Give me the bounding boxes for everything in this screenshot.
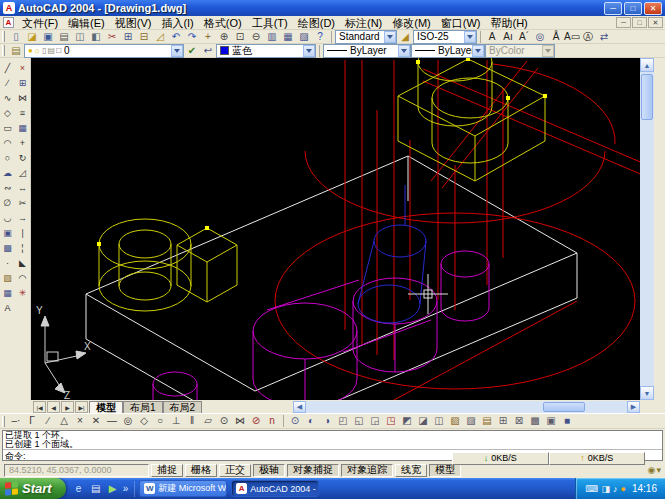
osnap-from-icon[interactable]: Γ <box>24 415 40 428</box>
app-icon[interactable]: A <box>3 2 15 14</box>
osnap-apparent-icon[interactable]: ✕ <box>88 415 104 428</box>
designcenter-icon[interactable]: ▦ <box>280 30 296 43</box>
spline-icon[interactable]: ∾ <box>0 180 15 195</box>
open-icon[interactable]: ◪ <box>24 30 40 43</box>
color-edges-icon[interactable]: ▤ <box>479 415 495 428</box>
menu-insert[interactable]: 插入(I) <box>156 16 198 30</box>
messenger-icon[interactable]: ● <box>621 484 626 494</box>
osnap-extension-icon[interactable]: — <box>104 415 120 428</box>
osnap-parallel-icon[interactable]: ‖ <box>184 415 200 428</box>
osnap-settings-icon[interactable]: n <box>264 415 280 428</box>
tab-next-button[interactable]: ▶ <box>61 401 74 413</box>
mtext-icon[interactable]: A <box>484 30 500 43</box>
check-icon[interactable]: ■ <box>559 415 575 428</box>
keyboard-icon[interactable]: ⌨ <box>586 484 599 494</box>
status-otrack[interactable]: 对象追踪 <box>341 464 393 477</box>
publish-icon[interactable]: ◧ <box>88 30 104 43</box>
osnap-quadrant-icon[interactable]: ◇ <box>136 415 152 428</box>
properties-icon[interactable]: ▥ <box>264 30 280 43</box>
imprint-icon[interactable]: ⊞ <box>495 415 511 428</box>
close-button[interactable]: ✕ <box>644 2 662 15</box>
quicklaunch-desktop-icon[interactable]: ▤ <box>89 482 103 496</box>
color-faces-icon[interactable]: ▧ <box>447 415 463 428</box>
text-style-combo[interactable]: Standard <box>335 30 397 44</box>
delete-faces-icon[interactable]: ◳ <box>383 415 399 428</box>
redo-icon[interactable]: ↷ <box>184 30 200 43</box>
tab-last-button[interactable]: ▶| <box>75 401 88 413</box>
subtract-icon[interactable]: ◐ <box>303 415 319 428</box>
ime-icon[interactable]: ◨ <box>602 484 611 494</box>
scale-text-icon[interactable]: A▭ <box>564 30 580 43</box>
convert-text-icon[interactable]: ⇄ <box>596 30 612 43</box>
zoom-realtime-icon[interactable]: ⊕ <box>216 30 232 43</box>
dim-style-brush-icon[interactable]: ◢ <box>397 30 413 43</box>
offset-faces-icon[interactable]: ◲ <box>367 415 383 428</box>
combo-dropdown-icon[interactable] <box>464 31 476 43</box>
construction-line-icon[interactable]: ∕ <box>0 75 15 90</box>
tab-model[interactable]: 模型 <box>89 401 123 413</box>
tab-first-button[interactable]: |◀ <box>33 401 46 413</box>
horizontal-scrollbar[interactable]: ◀ ▶ <box>293 401 640 413</box>
osnap-tangent-icon[interactable]: ○ <box>152 415 168 428</box>
network-monitor-widget[interactable]: ↓ 0KB/S ↑ 0KB/S <box>452 452 645 465</box>
menu-tools[interactable]: 工具(T) <box>247 16 293 30</box>
ellipse-icon[interactable]: ∅ <box>0 195 15 210</box>
tab-layout1[interactable]: 布局1 <box>123 401 163 413</box>
combo-dropdown-icon[interactable] <box>398 45 410 57</box>
toolbar-drag-handle[interactable] <box>2 31 5 42</box>
modify-copy-icon[interactable]: ⊞ <box>15 75 30 90</box>
color-combo[interactable]: 蓝色 <box>216 44 316 58</box>
vertical-scroll-thumb[interactable] <box>641 74 653 120</box>
point-icon[interactable]: · <box>0 255 15 270</box>
dim-style-combo[interactable]: ISO-25 <box>413 30 477 44</box>
lineweight-combo[interactable]: ByLayer <box>411 44 485 58</box>
make-block-icon[interactable]: ▩ <box>0 240 15 255</box>
toolbar-drag-handle[interactable] <box>2 45 5 56</box>
find-text-icon[interactable]: ◎ <box>532 30 548 43</box>
plot-icon[interactable]: ▤ <box>56 30 72 43</box>
menu-format[interactable]: 格式(O) <box>199 16 247 30</box>
trim-icon[interactable]: ✂ <box>15 195 30 210</box>
quick-launch-overflow-icon[interactable]: » <box>123 483 129 494</box>
explode-icon[interactable]: ✳ <box>15 285 30 300</box>
menu-draw[interactable]: 绘图(D) <box>293 16 340 30</box>
extrude-faces-icon[interactable]: ◰ <box>335 415 351 428</box>
text-style-icon[interactable]: Å <box>548 30 564 43</box>
status-osnap[interactable]: 对象捕捉 <box>287 464 339 477</box>
comm-center-icon[interactable]: ◉ ▾ <box>648 465 661 475</box>
restore-button[interactable]: □ <box>624 2 642 15</box>
justify-text-icon[interactable]: Ⓐ <box>580 30 596 43</box>
mdi-minimize-button[interactable]: ─ <box>616 17 631 28</box>
linetype-combo[interactable]: ByLayer <box>323 44 411 58</box>
osnap-none-icon[interactable]: ⊘ <box>248 415 264 428</box>
volume-icon[interactable]: ♪ <box>613 484 618 494</box>
drawing-file-icon[interactable]: A <box>3 17 14 28</box>
rectangle-icon[interactable]: ▭ <box>0 120 15 135</box>
new-icon[interactable]: ▯ <box>8 30 24 43</box>
osnap-track-icon[interactable]: –· <box>8 415 24 428</box>
match-properties-icon[interactable]: ◿ <box>152 30 168 43</box>
offset-icon[interactable]: ≡ <box>15 105 30 120</box>
region-icon[interactable]: ▦ <box>0 285 15 300</box>
cut-icon[interactable]: ✂ <box>104 30 120 43</box>
polyline-icon[interactable]: ∿ <box>0 90 15 105</box>
mdi-close-button[interactable]: ✕ <box>648 17 663 28</box>
rotate-icon[interactable]: ↻ <box>15 150 30 165</box>
status-grid[interactable]: 栅格 <box>185 464 217 477</box>
coordinates-readout[interactable]: 84.5210, 45.0367, 0.0000 <box>4 464 149 477</box>
copy-edges-icon[interactable]: ▨ <box>463 415 479 428</box>
clean-icon[interactable]: ⊠ <box>511 415 527 428</box>
layer-combo[interactable]: ●☼▯▤□ 0 <box>24 44 184 58</box>
polygon-icon[interactable]: ◇ <box>0 105 15 120</box>
combo-dropdown-icon[interactable] <box>303 45 315 57</box>
menu-file[interactable]: 文件(F) <box>17 16 63 30</box>
zoom-previous-icon[interactable]: ⊖ <box>248 30 264 43</box>
shell-icon[interactable]: ▣ <box>543 415 559 428</box>
ellipse-arc-icon[interactable]: ◡ <box>0 210 15 225</box>
fillet-icon[interactable]: ◠ <box>15 270 30 285</box>
make-layer-current-icon[interactable]: ✔ <box>184 44 200 57</box>
osnap-node-icon[interactable]: ⊙ <box>216 415 232 428</box>
status-polar[interactable]: 极轴 <box>253 464 285 477</box>
copy-icon[interactable]: ⊞ <box>120 30 136 43</box>
status-lwt[interactable]: 线宽 <box>395 464 427 477</box>
